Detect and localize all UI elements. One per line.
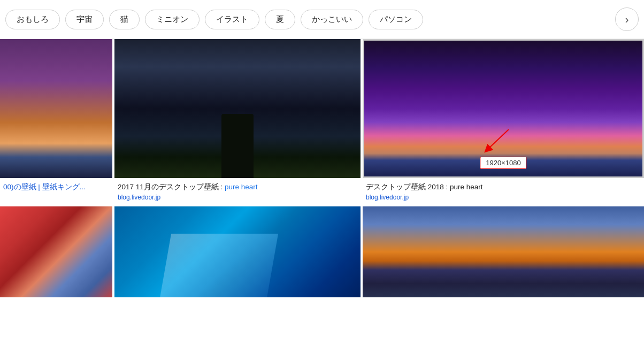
tag-minion[interactable]: ミニオン [145, 10, 200, 29]
caption-url-3[interactable]: blog.livedoor.jp [366, 194, 641, 201]
tag-pasokon[interactable]: パソコン [369, 10, 423, 29]
image-cell-umbrellas[interactable] [0, 206, 112, 297]
svg-line-0 [487, 129, 509, 150]
image-anime-sky [0, 39, 112, 178]
tag-filter-bar: おもしろ 宇宙 猫 ミニオン イラスト 夏 かっこいい パソコン › [0, 0, 644, 39]
caption-title-2-prefix: 2017 11月のデスクトップ壁紙 : [118, 183, 225, 191]
image-cell-anime-sky[interactable] [0, 39, 112, 178]
caption-cell-1: 00)の壁紙 | 壁紙キング... [0, 180, 112, 203]
caption-title-3-text: デスクトップ壁紙 2018 : pure heart [366, 183, 483, 191]
caption-title-2[interactable]: 2017 11月のデスクトップ壁紙 : pure heart [118, 182, 357, 193]
image-cell-purple-sky[interactable]: 1920×1080 [363, 39, 644, 178]
image-cell-windows[interactable] [114, 206, 361, 297]
image-grid-row1: 1920×1080 [0, 39, 644, 178]
tag-omoshiro[interactable]: おもしろ [5, 10, 60, 29]
caption-title-1[interactable]: 00)の壁紙 | 壁紙キング... [3, 182, 109, 193]
tag-irasuto[interactable]: イラスト [205, 10, 259, 29]
image-umbrellas [0, 206, 112, 297]
caption-cell-2: 2017 11月のデスクトップ壁紙 : pure heart blog.live… [114, 180, 361, 203]
caption-cell-3: デスクトップ壁紙 2018 : pure heart blog.livedoor… [363, 180, 644, 203]
image-cell-pagoda[interactable] [363, 206, 644, 297]
image-cell-dark-tree[interactable] [114, 39, 361, 178]
image-pagoda [363, 206, 644, 297]
caption-pure-heart-2: pure heart [225, 183, 258, 191]
image-dark-tree [114, 39, 361, 178]
image-grid-row2 [0, 206, 644, 297]
caption-url-2[interactable]: blog.livedoor.jp [118, 194, 357, 201]
tag-natsu[interactable]: 夏 [265, 10, 295, 29]
arrow-svg [471, 124, 514, 156]
tag-next-button[interactable]: › [615, 7, 639, 31]
tag-uchu[interactable]: 宇宙 [65, 10, 104, 29]
caption-grid-row1: 00)の壁紙 | 壁紙キング... 2017 11月のデスクトップ壁紙 : pu… [0, 178, 644, 206]
tag-neko[interactable]: 猫 [109, 10, 140, 29]
tag-kakkoii[interactable]: かっこいい [301, 10, 363, 29]
image-windows [114, 206, 361, 297]
arrow-annotation [471, 124, 514, 156]
image-size-badge: 1920×1080 [480, 157, 526, 169]
caption-title-3[interactable]: デスクトップ壁紙 2018 : pure heart [366, 182, 641, 193]
